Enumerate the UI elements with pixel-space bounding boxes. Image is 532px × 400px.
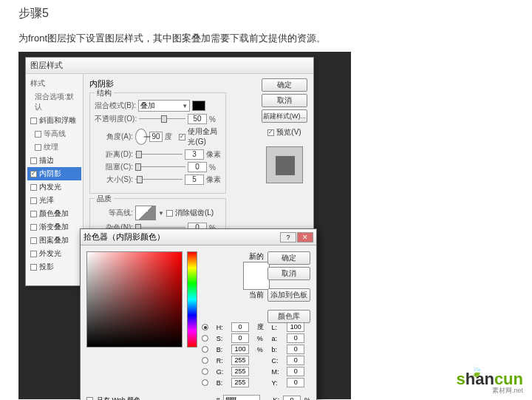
- opacity-label: 不透明度(O):: [95, 114, 137, 124]
- sidebar-item-drop-shadow[interactable]: 投影: [27, 260, 81, 274]
- hex-field[interactable]: ffffff: [223, 395, 260, 400]
- shadow-color-swatch[interactable]: [192, 101, 205, 111]
- r-field[interactable]: 255: [231, 356, 249, 365]
- color-swatch-pair: [243, 262, 270, 290]
- sidebar-label: 投影: [39, 262, 54, 272]
- s-field[interactable]: 0: [231, 333, 249, 343]
- add-swatch-button[interactable]: 添加到色板: [267, 288, 310, 302]
- sidebar-label: 渐变叠加: [39, 222, 69, 232]
- g-radio[interactable]: [202, 368, 208, 375]
- size-slider[interactable]: [135, 175, 183, 184]
- choke-label: 阻塞(C):: [95, 162, 133, 172]
- current-color-swatch[interactable]: [244, 276, 269, 289]
- h-field[interactable]: 0: [231, 322, 249, 332]
- web-only-checkbox[interactable]: [86, 397, 93, 401]
- sidebar-item-contour[interactable]: 等高线: [27, 127, 81, 140]
- opacity-slider[interactable]: [139, 115, 185, 123]
- y-field[interactable]: 0: [287, 378, 304, 387]
- sidebar-item-stroke[interactable]: 描边: [27, 154, 81, 167]
- ok-button[interactable]: 确定: [262, 78, 307, 92]
- chevron-down-icon: ▼: [182, 103, 188, 109]
- checkbox-icon[interactable]: [35, 131, 41, 138]
- checkbox-icon[interactable]: [30, 118, 37, 124]
- preview-checkbox[interactable]: [267, 129, 274, 136]
- s-radio[interactable]: [202, 335, 208, 342]
- color-library-button[interactable]: 颜色库: [267, 310, 310, 323]
- angle-dial[interactable]: [135, 129, 147, 145]
- sidebar-item-inner-glow[interactable]: 内发光: [27, 180, 81, 194]
- sidebar-item-pattern-overlay[interactable]: 图案叠加: [27, 234, 81, 247]
- checkbox-icon[interactable]: [30, 197, 37, 204]
- size-label: 大小(S):: [95, 174, 133, 185]
- checkbox-icon[interactable]: [30, 224, 37, 231]
- new-style-button[interactable]: 新建样式(W)...: [262, 109, 307, 123]
- c-field[interactable]: 0: [287, 356, 304, 365]
- bb-radio[interactable]: [202, 379, 208, 386]
- opacity-value[interactable]: 50: [188, 114, 207, 124]
- blend-mode-select[interactable]: 叠加▼: [138, 100, 190, 112]
- sidebar-item-outer-glow[interactable]: 外发光: [27, 247, 81, 260]
- pct-unit: %: [209, 115, 221, 123]
- k-field[interactable]: 0: [283, 396, 301, 401]
- h-radio[interactable]: [202, 324, 208, 330]
- l-field[interactable]: 100: [287, 322, 304, 332]
- sidebar-blend[interactable]: 混合选项:默认: [27, 90, 81, 114]
- sidebar-label: 颜色叠加: [39, 209, 69, 219]
- help-button[interactable]: ?: [280, 232, 296, 243]
- picker-titlebar: 拾色器（内阴影颜色） ? ✕: [81, 229, 316, 245]
- sidebar-item-texture[interactable]: 纹理: [27, 140, 81, 154]
- sidebar-label: 光泽: [39, 195, 54, 206]
- checkbox-icon[interactable]: [30, 251, 37, 257]
- checkbox-icon[interactable]: [30, 184, 37, 191]
- m-field[interactable]: 0: [287, 367, 304, 376]
- sidebar-label: 内发光: [39, 182, 61, 192]
- lab-b-field[interactable]: 0: [287, 345, 304, 354]
- b-field[interactable]: 100: [231, 345, 249, 354]
- sidebar-item-satin[interactable]: 光泽: [27, 194, 81, 207]
- checkbox-icon[interactable]: [30, 264, 37, 271]
- sidebar-item-inner-shadow[interactable]: 内阴影: [27, 167, 81, 180]
- cancel-button[interactable]: 取消: [262, 94, 307, 107]
- global-light-checkbox[interactable]: [179, 134, 185, 140]
- contour-picker[interactable]: [135, 206, 156, 220]
- sidebar-head[interactable]: 样式: [27, 77, 81, 90]
- distance-value[interactable]: 3: [185, 149, 204, 160]
- checkbox-icon[interactable]: [35, 144, 41, 151]
- u: %: [257, 346, 270, 353]
- sidebar-item-gradient-overlay[interactable]: 渐变叠加: [27, 220, 81, 234]
- px-unit: 像素: [206, 174, 221, 185]
- color-picker-dialog: 拾色器（内阴影颜色） ? ✕ 新的 当前 H:0度L:100 S:0%a:0 B…: [80, 228, 317, 400]
- saturation-value-field[interactable]: [86, 251, 183, 348]
- distance-slider[interactable]: [135, 150, 183, 159]
- size-value[interactable]: 5: [185, 174, 204, 185]
- close-button[interactable]: ✕: [297, 232, 313, 243]
- sidebar-label: 斜面和浮雕: [39, 115, 76, 126]
- checkbox-icon[interactable]: [30, 171, 37, 177]
- checkbox-icon[interactable]: [30, 211, 37, 217]
- checkbox-icon[interactable]: [30, 237, 37, 244]
- sidebar-item-bevel[interactable]: 斜面和浮雕: [27, 114, 81, 127]
- bb-field[interactable]: 255: [231, 378, 249, 387]
- deg-unit: 度: [165, 132, 177, 142]
- u: %: [257, 335, 270, 342]
- picker-cancel-button[interactable]: 取消: [267, 267, 310, 280]
- hash-label: #: [216, 396, 219, 400]
- sidebar-item-color-overlay[interactable]: 颜色叠加: [27, 207, 81, 220]
- picker-ok-button[interactable]: 确定: [267, 251, 310, 265]
- angle-value[interactable]: 90: [149, 132, 163, 142]
- px-unit: 像素: [206, 149, 221, 160]
- g-field[interactable]: 255: [231, 367, 249, 376]
- preview-thumbnail: [266, 146, 303, 183]
- chevron-down-icon[interactable]: ▼: [158, 210, 164, 217]
- checkbox-icon[interactable]: [30, 157, 37, 164]
- antialias-checkbox[interactable]: [166, 210, 173, 217]
- sidebar-label: 外发光: [39, 248, 61, 259]
- r-radio[interactable]: [202, 357, 208, 364]
- choke-value[interactable]: 0: [188, 162, 207, 172]
- a-field[interactable]: 0: [287, 333, 304, 343]
- choke-slider[interactable]: [135, 163, 185, 172]
- hue-slider[interactable]: [187, 251, 197, 348]
- b-radio[interactable]: [202, 346, 208, 353]
- picker-title: 拾色器（内阴影颜色）: [83, 231, 165, 243]
- contour-label: 等高线:: [95, 208, 133, 218]
